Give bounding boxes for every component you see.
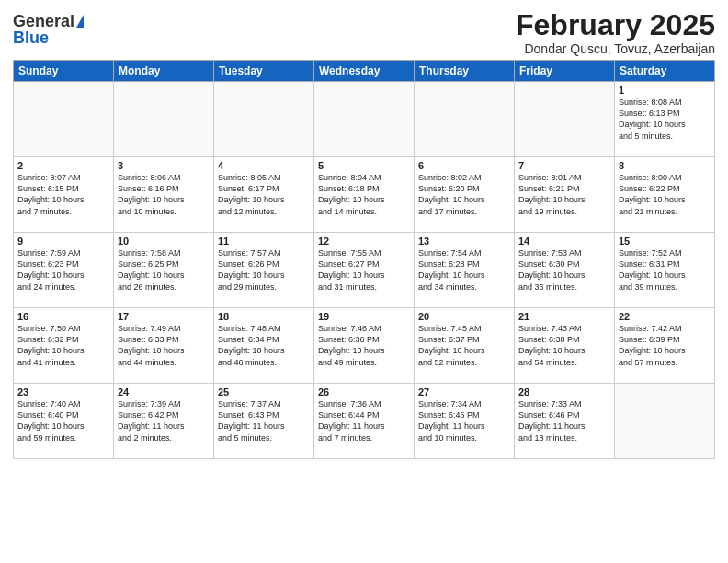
day-number: 12: [318, 236, 410, 247]
calendar-cell: 7Sunrise: 8:01 AM Sunset: 6:21 PM Daylig…: [515, 157, 615, 233]
cell-content: Sunrise: 8:05 AM Sunset: 6:17 PM Dayligh…: [218, 172, 310, 217]
logo-blue-text: Blue: [13, 29, 49, 46]
day-number: 8: [619, 160, 711, 171]
day-number: 9: [17, 236, 109, 247]
day-number: 7: [518, 160, 610, 171]
calendar-day-header: Thursday: [415, 61, 515, 82]
calendar-week-row: 9Sunrise: 7:59 AM Sunset: 6:23 PM Daylig…: [14, 233, 715, 308]
calendar-cell: 16Sunrise: 7:50 AM Sunset: 6:32 PM Dayli…: [14, 308, 114, 384]
calendar-cell: 3Sunrise: 8:06 AM Sunset: 6:16 PM Daylig…: [114, 157, 214, 233]
calendar-cell: [214, 82, 314, 157]
calendar-cell: [415, 82, 515, 157]
day-number: 14: [518, 236, 610, 247]
calendar-day-header: Tuesday: [214, 61, 314, 82]
day-number: 3: [118, 160, 210, 171]
day-number: 24: [118, 386, 210, 397]
calendar-day-header: Sunday: [14, 61, 114, 82]
calendar-cell: 10Sunrise: 7:58 AM Sunset: 6:25 PM Dayli…: [114, 233, 214, 308]
calendar-cell: [14, 82, 114, 157]
calendar-day-header: Saturday: [615, 61, 715, 82]
calendar-day-header: Friday: [515, 61, 615, 82]
calendar-cell: [615, 384, 715, 459]
cell-content: Sunrise: 7:37 AM Sunset: 6:43 PM Dayligh…: [218, 398, 310, 443]
calendar-cell: 4Sunrise: 8:05 AM Sunset: 6:17 PM Daylig…: [214, 157, 314, 233]
cell-content: Sunrise: 8:08 AM Sunset: 6:13 PM Dayligh…: [619, 97, 711, 142]
calendar-cell: 28Sunrise: 7:33 AM Sunset: 6:46 PM Dayli…: [515, 384, 615, 459]
day-number: 6: [418, 160, 510, 171]
calendar-week-row: 23Sunrise: 7:40 AM Sunset: 6:40 PM Dayli…: [14, 384, 715, 459]
cell-content: Sunrise: 8:06 AM Sunset: 6:16 PM Dayligh…: [118, 172, 210, 217]
calendar-cell: 17Sunrise: 7:49 AM Sunset: 6:33 PM Dayli…: [114, 308, 214, 384]
calendar-table: SundayMondayTuesdayWednesdayThursdayFrid…: [13, 60, 715, 459]
cell-content: Sunrise: 7:50 AM Sunset: 6:32 PM Dayligh…: [17, 323, 109, 368]
calendar-day-header: Wednesday: [314, 61, 415, 82]
title-block: February 2025 Dondar Quscu, Tovuz, Azerb…: [516, 9, 715, 56]
day-number: 15: [619, 236, 711, 247]
calendar-cell: 18Sunrise: 7:48 AM Sunset: 6:34 PM Dayli…: [214, 308, 314, 384]
day-number: 18: [218, 311, 310, 322]
day-number: 1: [619, 85, 711, 96]
cell-content: Sunrise: 7:40 AM Sunset: 6:40 PM Dayligh…: [17, 398, 109, 443]
logo-general-text: General: [13, 13, 74, 29]
cell-content: Sunrise: 7:42 AM Sunset: 6:39 PM Dayligh…: [619, 323, 711, 368]
day-number: 22: [619, 311, 711, 322]
calendar-cell: 15Sunrise: 7:52 AM Sunset: 6:31 PM Dayli…: [615, 233, 715, 308]
cell-content: Sunrise: 7:54 AM Sunset: 6:28 PM Dayligh…: [418, 247, 510, 293]
calendar-cell: 19Sunrise: 7:46 AM Sunset: 6:36 PM Dayli…: [314, 308, 415, 384]
cell-content: Sunrise: 7:34 AM Sunset: 6:45 PM Dayligh…: [418, 398, 510, 443]
calendar-cell: 12Sunrise: 7:55 AM Sunset: 6:27 PM Dayli…: [314, 233, 415, 308]
cell-content: Sunrise: 7:33 AM Sunset: 6:46 PM Dayligh…: [518, 398, 610, 443]
calendar-cell: 8Sunrise: 8:00 AM Sunset: 6:22 PM Daylig…: [615, 157, 715, 233]
cell-content: Sunrise: 7:49 AM Sunset: 6:33 PM Dayligh…: [118, 323, 210, 368]
day-number: 23: [17, 386, 109, 397]
header: General Blue February 2025 Dondar Quscu,…: [13, 9, 715, 56]
calendar-cell: 2Sunrise: 8:07 AM Sunset: 6:15 PM Daylig…: [14, 157, 114, 233]
calendar-cell: 26Sunrise: 7:36 AM Sunset: 6:44 PM Dayli…: [314, 384, 415, 459]
cell-content: Sunrise: 7:46 AM Sunset: 6:36 PM Dayligh…: [318, 323, 410, 368]
calendar-cell: 25Sunrise: 7:37 AM Sunset: 6:43 PM Dayli…: [214, 384, 314, 459]
calendar-cell: 14Sunrise: 7:53 AM Sunset: 6:30 PM Dayli…: [515, 233, 615, 308]
cell-content: Sunrise: 8:01 AM Sunset: 6:21 PM Dayligh…: [518, 172, 610, 217]
calendar-header-row: SundayMondayTuesdayWednesdayThursdayFrid…: [14, 61, 715, 82]
logo-triangle-icon: [76, 15, 84, 28]
cell-content: Sunrise: 8:07 AM Sunset: 6:15 PM Dayligh…: [17, 172, 109, 217]
day-number: 16: [17, 311, 109, 322]
cell-content: Sunrise: 7:48 AM Sunset: 6:34 PM Dayligh…: [218, 323, 310, 368]
calendar-week-row: 1Sunrise: 8:08 AM Sunset: 6:13 PM Daylig…: [14, 82, 715, 157]
cell-content: Sunrise: 7:45 AM Sunset: 6:37 PM Dayligh…: [418, 323, 510, 368]
cell-content: Sunrise: 7:53 AM Sunset: 6:30 PM Dayligh…: [518, 247, 610, 293]
day-number: 17: [118, 311, 210, 322]
day-number: 11: [218, 236, 310, 247]
day-number: 19: [318, 311, 410, 322]
day-number: 27: [418, 386, 510, 397]
calendar-cell: [515, 82, 615, 157]
day-number: 26: [318, 386, 410, 397]
day-number: 25: [218, 386, 310, 397]
cell-content: Sunrise: 7:55 AM Sunset: 6:27 PM Dayligh…: [318, 247, 410, 293]
day-number: 13: [418, 236, 510, 247]
calendar-week-row: 16Sunrise: 7:50 AM Sunset: 6:32 PM Dayli…: [14, 308, 715, 384]
cell-content: Sunrise: 8:00 AM Sunset: 6:22 PM Dayligh…: [619, 172, 711, 217]
page-container: General Blue February 2025 Dondar Quscu,…: [0, 0, 728, 563]
subtitle: Dondar Quscu, Tovuz, Azerbaijan: [516, 41, 715, 56]
calendar-cell: 5Sunrise: 8:04 AM Sunset: 6:18 PM Daylig…: [314, 157, 415, 233]
day-number: 2: [17, 160, 109, 171]
calendar-cell: 13Sunrise: 7:54 AM Sunset: 6:28 PM Dayli…: [415, 233, 515, 308]
calendar-cell: 27Sunrise: 7:34 AM Sunset: 6:45 PM Dayli…: [415, 384, 515, 459]
calendar-day-header: Monday: [114, 61, 214, 82]
calendar-cell: 23Sunrise: 7:40 AM Sunset: 6:40 PM Dayli…: [14, 384, 114, 459]
day-number: 28: [518, 386, 610, 397]
calendar-cell: 24Sunrise: 7:39 AM Sunset: 6:42 PM Dayli…: [114, 384, 214, 459]
cell-content: Sunrise: 7:58 AM Sunset: 6:25 PM Dayligh…: [118, 247, 210, 293]
calendar-cell: 1Sunrise: 8:08 AM Sunset: 6:13 PM Daylig…: [615, 82, 715, 157]
calendar-cell: 22Sunrise: 7:42 AM Sunset: 6:39 PM Dayli…: [615, 308, 715, 384]
cell-content: Sunrise: 8:02 AM Sunset: 6:20 PM Dayligh…: [418, 172, 510, 217]
calendar-cell: [114, 82, 214, 157]
cell-content: Sunrise: 7:36 AM Sunset: 6:44 PM Dayligh…: [318, 398, 410, 443]
day-number: 20: [418, 311, 510, 322]
day-number: 21: [518, 311, 610, 322]
calendar-cell: 9Sunrise: 7:59 AM Sunset: 6:23 PM Daylig…: [14, 233, 114, 308]
calendar-cell: 6Sunrise: 8:02 AM Sunset: 6:20 PM Daylig…: [415, 157, 515, 233]
cell-content: Sunrise: 7:52 AM Sunset: 6:31 PM Dayligh…: [619, 247, 711, 293]
cell-content: Sunrise: 7:43 AM Sunset: 6:38 PM Dayligh…: [518, 323, 610, 368]
